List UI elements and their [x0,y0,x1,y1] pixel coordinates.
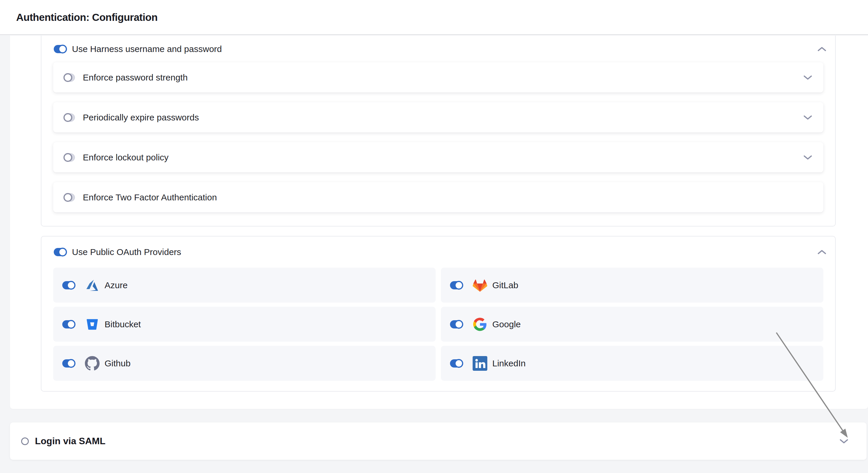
provider-row-azure: Azure [53,267,436,303]
page-title: Authentication: Configuration [16,11,157,23]
saml-label: Login via SAML [35,436,105,447]
chevron-up-icon[interactable] [817,46,826,52]
linkedin-icon [473,356,487,371]
oauth-toggle[interactable] [54,248,67,256]
two-factor-toggle[interactable] [64,193,75,201]
lockout-policy-toggle[interactable] [64,153,75,162]
bitbucket-icon [85,317,100,332]
auth-settings-panel: Use Harness username and password Enforc… [10,36,868,409]
gitlab-toggle[interactable] [450,281,463,289]
setting-row-two-factor[interactable]: Enforce Two Factor Authentication [53,182,823,212]
chevron-down-icon[interactable] [803,155,812,160]
username-password-label: Use Harness username and password [72,44,222,54]
provider-grid: Azure GitLab [53,267,823,381]
github-toggle[interactable] [62,359,75,368]
provider-row-google: Google [441,307,823,342]
expire-passwords-toggle[interactable] [64,114,75,122]
setting-row-password-strength[interactable]: Enforce password strength [53,62,823,93]
azure-icon [85,278,100,293]
provider-row-gitlab: GitLab [441,267,823,303]
setting-label: Periodically expire passwords [83,113,199,123]
username-password-card: Use Harness username and password Enforc… [41,36,836,226]
oauth-label: Use Public OAuth Providers [72,247,181,257]
provider-row-bitbucket: Bitbucket [53,307,436,342]
azure-toggle[interactable] [62,281,75,289]
google-icon [473,317,487,332]
setting-label: Enforce lockout policy [83,153,168,162]
chevron-up-icon[interactable] [817,249,826,255]
provider-name: Bitbucket [104,319,141,329]
gitlab-icon [473,278,487,293]
google-toggle[interactable] [450,320,463,328]
provider-row-github: Github [53,346,436,381]
chevron-down-icon[interactable] [803,115,812,120]
saml-login-card[interactable]: Login via SAML [10,422,867,460]
page-header: Authentication: Configuration [0,0,868,35]
oauth-header: Use Public OAuth Providers [41,236,835,267]
setting-label: Enforce password strength [83,72,188,83]
github-icon [85,356,100,371]
provider-row-linkedin: LinkedIn [441,346,823,381]
linkedin-toggle[interactable] [450,359,463,368]
chevron-down-icon[interactable] [839,439,848,444]
bitbucket-toggle[interactable] [62,320,75,328]
provider-name: GitLab [492,280,518,290]
username-password-toggle[interactable] [54,45,67,53]
chevron-down-icon[interactable] [803,75,812,80]
saml-radio[interactable] [21,437,29,445]
provider-name: LinkedIn [492,358,526,369]
setting-label: Enforce Two Factor Authentication [83,192,217,202]
provider-name: Azure [104,280,127,290]
setting-row-lockout-policy[interactable]: Enforce lockout policy [53,142,823,172]
provider-name: Github [104,358,130,369]
setting-row-expire-passwords[interactable]: Periodically expire passwords [53,102,823,132]
oauth-providers-card: Use Public OAuth Providers Azure [41,236,836,391]
provider-name: Google [492,319,521,329]
username-password-header: Use Harness username and password [41,36,835,62]
password-strength-toggle[interactable] [64,73,75,82]
